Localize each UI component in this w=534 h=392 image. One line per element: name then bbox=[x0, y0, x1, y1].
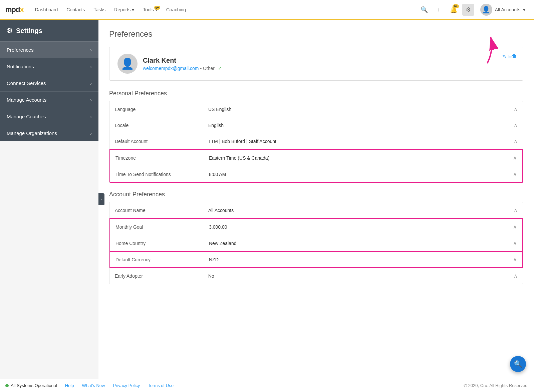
page-title: Preferences bbox=[109, 29, 523, 39]
sidebar: ⚙ Settings Preferences › Notifications ›… bbox=[0, 20, 98, 141]
chevron-right-icon: › bbox=[90, 131, 92, 136]
pref-row-language[interactable]: Language US English ∧ bbox=[109, 101, 523, 117]
chevron-right-icon: › bbox=[90, 97, 92, 103]
sidebar-item-manage-coaches[interactable]: Manage Coaches › bbox=[0, 108, 98, 125]
logo[interactable]: mpdx bbox=[5, 5, 24, 14]
chevron-up-icon: ∧ bbox=[513, 224, 517, 230]
profile-info: Clark Kent welcomempdx@gmail.com - Other… bbox=[143, 57, 515, 71]
chevron-up-icon: ∧ bbox=[514, 122, 518, 128]
footer-copyright: © 2020, Cru. All Rights Reserved. bbox=[464, 383, 529, 388]
footer-privacy-policy[interactable]: Privacy Policy bbox=[113, 383, 140, 388]
profile-card: 👤 Clark Kent welcomempdx@gmail.com - Oth… bbox=[109, 47, 523, 81]
tools-badge: 9+ bbox=[154, 6, 160, 10]
verified-icon: ✓ bbox=[218, 66, 222, 71]
top-nav: mpdx Dashboard Contacts Tasks Reports ▾ … bbox=[0, 0, 534, 20]
footer-status: All Systems Operational bbox=[5, 383, 57, 388]
avatar: 👤 bbox=[480, 4, 492, 16]
search-fab-button[interactable]: 🔍 bbox=[510, 356, 526, 372]
status-label: All Systems Operational bbox=[11, 383, 57, 388]
chevron-up-icon: ∧ bbox=[514, 207, 518, 213]
edit-button[interactable]: ✎ Edit bbox=[502, 54, 516, 59]
footer-terms-of-use[interactable]: Terms of Use bbox=[148, 383, 174, 388]
sidebar-header: ⚙ Settings bbox=[0, 20, 98, 41]
chevron-right-icon: › bbox=[90, 81, 92, 86]
chevron-up-icon: ∧ bbox=[513, 256, 517, 263]
pref-row-default-currency[interactable]: Default Currency NZD ∧ bbox=[109, 252, 523, 268]
chevron-up-icon: ∧ bbox=[513, 240, 517, 246]
account-label: All Accounts bbox=[495, 7, 520, 12]
sidebar-wrapper: ⚙ Settings Preferences › Notifications ›… bbox=[0, 20, 98, 379]
personal-preferences-group: Language US English ∧ Locale English ∧ D… bbox=[109, 101, 523, 183]
nav-links: Dashboard Contacts Tasks Reports ▾ Tools… bbox=[32, 5, 418, 14]
nav-icons: 🔍 ＋ 🔔 9+ ⚙ 👤 All Accounts ▾ bbox=[418, 2, 529, 17]
pref-row-account-name[interactable]: Account Name All Accounts ∧ bbox=[109, 202, 523, 218]
chevron-up-icon: ∧ bbox=[514, 273, 518, 279]
pref-row-notification-time[interactable]: Time To Send Notifications 8:00 AM ∧ bbox=[109, 166, 523, 183]
status-dot bbox=[5, 384, 9, 387]
sidebar-collapse-button[interactable]: ‹ bbox=[98, 193, 104, 205]
chevron-right-icon: › bbox=[90, 114, 92, 119]
chevron-right-icon: › bbox=[90, 47, 92, 53]
pref-row-early-adopter[interactable]: Early Adopter No ∧ bbox=[109, 268, 523, 284]
pref-row-locale[interactable]: Locale English ∧ bbox=[109, 117, 523, 133]
pref-row-home-country[interactable]: Home Country New Zealand ∧ bbox=[109, 235, 523, 252]
sidebar-item-preferences[interactable]: Preferences › bbox=[0, 41, 98, 58]
gear-icon: ⚙ bbox=[7, 27, 13, 35]
nav-coaching[interactable]: Coaching bbox=[163, 5, 189, 14]
chevron-right-icon: › bbox=[90, 64, 92, 69]
edit-icon: ✎ bbox=[502, 54, 506, 59]
chevron-down-icon: ▾ bbox=[523, 7, 525, 12]
pref-row-default-account[interactable]: Default Account TTM | Bob Buford | Staff… bbox=[109, 133, 523, 149]
chevron-down-icon: ▾ bbox=[132, 7, 134, 12]
main-content: Preferences 👤 Clark Kent welcomempdx@gma… bbox=[98, 20, 534, 379]
sidebar-title: Settings bbox=[16, 27, 42, 35]
account-button[interactable]: 👤 All Accounts ▾ bbox=[477, 2, 529, 17]
nav-dashboard[interactable]: Dashboard bbox=[32, 5, 61, 14]
profile-avatar: 👤 bbox=[117, 54, 138, 74]
chevron-up-icon: ∧ bbox=[513, 171, 517, 177]
profile-name: Clark Kent bbox=[143, 57, 515, 64]
notifications-badge: 9+ bbox=[453, 4, 459, 8]
sidebar-item-connect-services[interactable]: Connect Services › bbox=[0, 75, 98, 91]
chevron-up-icon: ∧ bbox=[514, 138, 518, 144]
add-button[interactable]: ＋ bbox=[433, 4, 445, 16]
nav-tasks[interactable]: Tasks bbox=[90, 5, 109, 14]
pref-row-timezone[interactable]: Timezone Eastern Time (US & Canada) ∧ bbox=[109, 149, 523, 166]
chevron-up-icon: ∧ bbox=[514, 106, 518, 112]
chevron-up-icon: ∧ bbox=[513, 155, 517, 161]
notifications-button[interactable]: 🔔 9+ bbox=[448, 4, 460, 16]
layout: ⚙ Settings Preferences › Notifications ›… bbox=[0, 20, 534, 379]
nav-tools[interactable]: Tools 9+ ▾ bbox=[140, 5, 161, 14]
search-button[interactable]: 🔍 bbox=[418, 4, 430, 16]
profile-contact: welcomempdx@gmail.com - Other ✓ bbox=[143, 66, 515, 71]
sidebar-item-manage-accounts[interactable]: Manage Accounts › bbox=[0, 91, 98, 108]
personal-preferences-title: Personal Preferences bbox=[109, 90, 523, 97]
settings-button[interactable]: ⚙ bbox=[462, 4, 474, 16]
profile-type: - Other bbox=[200, 66, 215, 71]
footer-whats-new[interactable]: What's New bbox=[82, 383, 105, 388]
footer: All Systems Operational Help What's New … bbox=[0, 379, 534, 392]
account-preferences-title: Account Preferences bbox=[109, 191, 523, 198]
sidebar-item-manage-organizations[interactable]: Manage Organizations › bbox=[0, 125, 98, 141]
account-preferences-group: Account Name All Accounts ∧ Monthly Goal… bbox=[109, 202, 523, 284]
pref-row-monthly-goal[interactable]: Monthly Goal 3,000.00 ∧ bbox=[109, 218, 523, 235]
nav-contacts[interactable]: Contacts bbox=[63, 5, 88, 14]
sidebar-item-notifications[interactable]: Notifications › bbox=[0, 58, 98, 75]
profile-email[interactable]: welcomempdx@gmail.com bbox=[143, 66, 199, 71]
footer-help[interactable]: Help bbox=[65, 383, 74, 388]
nav-reports[interactable]: Reports ▾ bbox=[111, 5, 138, 14]
